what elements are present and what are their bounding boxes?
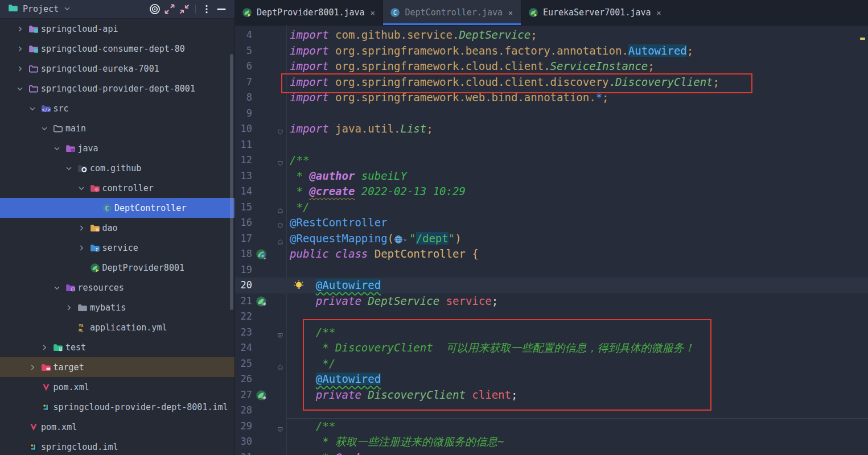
more-options-icon[interactable] <box>199 2 214 16</box>
tree-scrollbar[interactable] <box>230 54 233 310</box>
code-line-15[interactable]: 15 */ <box>235 200 868 216</box>
token: " <box>409 232 416 245</box>
code-line-12[interactable]: 12/** <box>235 152 868 168</box>
code-editor[interactable]: 4import com.github.service.DeptService;5… <box>235 25 868 455</box>
chevron-right-icon[interactable] <box>65 304 77 312</box>
chevron-right-icon[interactable] <box>77 224 90 232</box>
code-line-19[interactable]: 19 <box>235 262 868 278</box>
code-line-21[interactable]: 21 private DeptService service; <box>235 293 868 309</box>
chevron-down-icon[interactable] <box>53 144 65 152</box>
code-line-18[interactable]: 18epublic class DeptController { <box>235 246 868 262</box>
code-line-10[interactable]: 10import java.util.List; <box>235 121 868 137</box>
tree-item-springcloud-iml[interactable]: springcloud.iml <box>0 437 235 455</box>
tree-item-deptcontroller[interactable]: CDeptController <box>0 198 235 218</box>
close-icon[interactable]: ✕ <box>508 9 513 17</box>
tree-item-mybatis[interactable]: mybatis <box>0 297 235 317</box>
tree-item-label: java <box>78 143 98 154</box>
code-line-22[interactable]: 22 <box>235 309 868 325</box>
token: DiscoveryClient <box>615 76 713 88</box>
code-line-6[interactable]: 6import org.springframework.cloud.client… <box>235 59 868 75</box>
chevron-right-icon[interactable] <box>40 344 53 351</box>
globe-inlay-icon[interactable] <box>394 233 403 249</box>
code-line-28[interactable]: 28 <box>235 403 868 419</box>
tree-item-label: DeptController <box>114 203 186 213</box>
tree-item-main[interactable]: main <box>0 118 235 138</box>
token: * 获取一些注册进来的微服务的信息~ <box>290 435 504 448</box>
tree-item-dao[interactable]: dao <box>0 218 235 238</box>
line-number: 25 <box>236 356 252 372</box>
svg-text:Σ: Σ <box>96 247 98 252</box>
code-line-16[interactable]: 16@RestController <box>235 215 868 231</box>
code-line-24[interactable]: 24 * DiscoveryClient 可以用来获取一些配置的信息，得到具体的… <box>235 340 868 356</box>
tree-item-deptprovider8001[interactable]: DeptProvider8001 <box>0 258 235 278</box>
tree-item-src[interactable]: </>src <box>0 98 235 118</box>
chevron-right-icon[interactable] <box>77 244 90 252</box>
hide-panel-icon[interactable] <box>214 2 229 16</box>
warning-stripe-mark[interactable] <box>860 38 865 40</box>
close-icon[interactable]: ✕ <box>657 9 661 17</box>
code-line-5[interactable]: 5import org.springframework.beans.factor… <box>235 43 868 59</box>
tree-item-application-yml[interactable]: YAMLapplication.yml <box>0 317 235 337</box>
tree-item-springcloud-api[interactable]: springcloud-api <box>0 19 235 39</box>
tree-item-springcloud-eureka-7001[interactable]: springcloud-eureka-7001 <box>0 59 235 78</box>
code-line-14[interactable]: 14 * @create 2022-02-13 10:29 <box>235 184 868 200</box>
tree-item-com-github[interactable]: com.github <box>0 158 235 178</box>
chevron-right-icon[interactable] <box>16 25 28 33</box>
token: * <box>290 451 335 455</box>
tree-item-controller[interactable]: controller <box>0 178 235 198</box>
code-line-29[interactable]: 29 /** <box>235 419 868 435</box>
close-icon[interactable]: ✕ <box>371 9 375 17</box>
chevron-right-icon[interactable] <box>28 363 41 371</box>
code-line-25[interactable]: 25 */ <box>235 356 868 372</box>
tree-item-java[interactable]: java <box>0 138 235 158</box>
token: client <box>472 388 511 401</box>
chevron-down-icon[interactable] <box>28 105 41 113</box>
token: @Autowired <box>316 373 381 385</box>
code-line-20[interactable]: 20 @Autowired <box>235 278 868 293</box>
token: ; <box>492 295 498 307</box>
chevron-down-icon[interactable] <box>53 284 65 292</box>
code-line-27[interactable]: 27 private DiscoveryClient client; <box>235 387 868 403</box>
tree-item-pom-xml[interactable]: pom.xml <box>0 377 235 397</box>
editor-tab-bar: DeptProvider8001.java✕CDeptController.ja… <box>235 0 868 26</box>
tree-item-test[interactable]: test <box>0 337 235 357</box>
code-line-23[interactable]: 23 /** <box>235 325 868 341</box>
code-line-4[interactable]: 4import com.github.service.DeptService; <box>235 27 868 43</box>
tree-item-springcloud-provider-dept-8001[interactable]: springcloud-provider-dept-8001 <box>0 78 235 98</box>
code-line-7[interactable]: 7import org.springframework.cloud.client… <box>235 75 868 90</box>
code-line-30[interactable]: 30 * 获取一些注册进来的微服务的信息~ <box>235 434 868 450</box>
tab-eurekaserver7001-java[interactable]: EurekaServer7001.java✕ <box>521 0 669 25</box>
code-line-13[interactable]: 13 * @author subeiLY <box>235 168 868 184</box>
tree-item-springcloud-consumer-dept-80[interactable]: springcloud-consumer-dept-80 <box>0 39 235 59</box>
code-line-17[interactable]: 17@RequestMapping("/dept") <box>235 231 868 247</box>
code-line-9[interactable]: 9 <box>235 106 868 122</box>
collapse-all-icon[interactable] <box>177 2 192 16</box>
chevron-right-icon[interactable] <box>16 45 28 53</box>
locate-icon[interactable] <box>147 2 162 16</box>
chevron-down-icon[interactable] <box>65 164 77 172</box>
chevron-down-icon[interactable] <box>63 4 71 15</box>
chevron-down-icon[interactable] <box>77 184 90 192</box>
tab-deptcontroller-java[interactable]: CDeptController.java✕ <box>383 0 521 25</box>
token: DeptService <box>368 295 446 307</box>
code-line-8[interactable]: 8import org.springframework.web.bind.ann… <box>235 90 868 106</box>
tree-item-target[interactable]: target <box>0 357 235 377</box>
tree-item-service[interactable]: Σservice <box>0 238 235 258</box>
project-panel-title[interactable]: Project <box>23 4 59 14</box>
tree-item-springcloud-provider-dept-8001-iml[interactable]: springcloud-provider-dept-8001.iml <box>0 397 235 417</box>
chevron-down-icon[interactable] <box>16 85 28 93</box>
tree-item-resources[interactable]: resources <box>0 278 235 297</box>
token: import <box>290 76 335 88</box>
chevron-right-icon[interactable] <box>16 65 28 73</box>
code-text: /** <box>290 326 335 338</box>
code-line-31[interactable]: 31 * @return <box>235 450 868 455</box>
token: import <box>290 28 335 41</box>
line-number: 20 <box>236 278 252 293</box>
chevron-down-icon[interactable] <box>40 125 53 133</box>
tree-item-pom-xml[interactable]: pom.xml <box>0 417 235 437</box>
expand-all-icon[interactable] <box>162 2 177 16</box>
token: import <box>290 122 335 135</box>
code-line-26[interactable]: 26 @Autowired <box>235 371 868 387</box>
code-line-11[interactable]: 11 <box>235 137 868 153</box>
tab-deptprovider8001-java[interactable]: DeptProvider8001.java✕ <box>235 0 383 25</box>
